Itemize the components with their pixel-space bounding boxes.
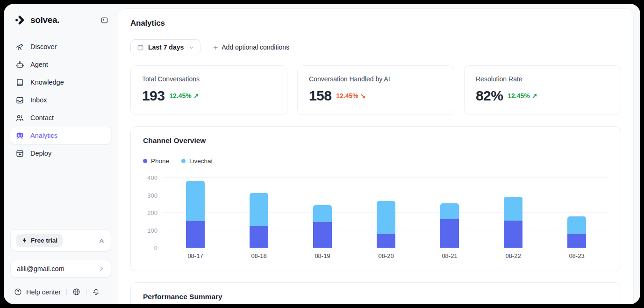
bar-08-21[interactable] bbox=[418, 178, 481, 248]
plus-icon: + bbox=[213, 43, 218, 51]
bar-08-18[interactable] bbox=[227, 178, 291, 248]
chevrons-up-icon[interactable] bbox=[98, 237, 105, 244]
sidebar-item-agent[interactable]: Agent bbox=[10, 56, 111, 73]
x-tick-label: 08-20 bbox=[354, 252, 418, 259]
sidebar-item-label: Deploy bbox=[30, 150, 51, 157]
globe-icon[interactable] bbox=[72, 288, 80, 296]
stat-label: Resolution Rate bbox=[476, 75, 609, 83]
stat-card-resolution-rate: Resolution Rate 82% 12.45%↗ bbox=[464, 65, 621, 115]
bar-segment-livechat bbox=[313, 205, 332, 222]
x-tick-label: 08-23 bbox=[545, 252, 608, 259]
divider bbox=[66, 289, 67, 295]
sidebar-item-inbox[interactable]: Inbox bbox=[10, 92, 111, 108]
legend-label: Phone bbox=[151, 158, 169, 165]
chart-xlabels: 08-1708-1808-1908-2008-2108-2208-23 bbox=[164, 252, 608, 259]
main-area: Analytics Last 7 days + Add optional con… bbox=[118, 4, 640, 304]
solvea-logo-icon bbox=[15, 14, 26, 26]
chart-legend: PhoneLivechat bbox=[143, 158, 608, 165]
help-row: Help center bbox=[10, 288, 111, 296]
x-tick-label: 08-21 bbox=[418, 252, 481, 259]
stat-label: Conversation Handled by AI bbox=[309, 75, 443, 83]
channel-overview-title: Channel Overview bbox=[143, 136, 608, 145]
sidebar-item-label: Knowledge bbox=[30, 79, 64, 86]
y-tick-label: 100 bbox=[147, 227, 157, 234]
sidebar-item-knowledge[interactable]: Knowledge bbox=[10, 74, 111, 91]
stat-delta: 12.45%↗ bbox=[169, 92, 199, 100]
question-circle-icon[interactable] bbox=[14, 288, 22, 296]
channel-overview-chart: 0100200300400 bbox=[143, 178, 608, 248]
page-title: Analytics bbox=[130, 19, 621, 28]
chart-yaxis: 0100200300400 bbox=[143, 178, 164, 248]
legend-item-phone[interactable]: Phone bbox=[143, 158, 169, 165]
performance-summary-panel: Performance Summary bbox=[130, 282, 621, 304]
bar-segment-livechat bbox=[186, 181, 205, 221]
stat-delta: 12.45%↘ bbox=[336, 92, 365, 100]
legend-label: Livechat bbox=[189, 158, 213, 165]
stat-card-total-conversations: Total Conversations 193 12.45%↗ bbox=[130, 65, 287, 115]
deploy-box-icon bbox=[15, 149, 24, 158]
free-trial-label: Free trial bbox=[31, 237, 57, 244]
calendar-icon bbox=[137, 44, 144, 51]
chart-plot bbox=[164, 178, 608, 248]
telescope-icon bbox=[15, 43, 24, 51]
stat-delta: 12.45%↗ bbox=[508, 92, 537, 100]
bar-segment-livechat bbox=[567, 216, 586, 234]
sidebar-item-contact[interactable]: Contact bbox=[10, 109, 111, 126]
bar-segment-phone bbox=[313, 222, 332, 248]
sidebar-item-label: Agent bbox=[30, 61, 48, 68]
free-trial-button[interactable]: Free trial bbox=[16, 234, 63, 247]
help-center-link[interactable]: Help center bbox=[26, 288, 61, 296]
chevron-down-icon bbox=[189, 45, 194, 50]
trend-arrow-icon: ↗ bbox=[193, 92, 199, 100]
bar-08-19[interactable] bbox=[291, 178, 354, 248]
sidebar-item-label: Analytics bbox=[30, 132, 57, 139]
legend-dot bbox=[181, 159, 186, 163]
date-range-label: Last 7 days bbox=[148, 43, 184, 51]
trend-arrow-icon: ↘ bbox=[360, 92, 366, 100]
app-window: solvea. Discover Agent bbox=[4, 4, 640, 304]
date-range-button[interactable]: Last 7 days bbox=[130, 39, 200, 55]
bell-icon[interactable] bbox=[92, 288, 100, 296]
bar-08-17[interactable] bbox=[164, 178, 227, 248]
sidebar-item-label: Discover bbox=[30, 43, 57, 50]
add-conditions-button[interactable]: + Add optional conditions bbox=[213, 43, 289, 51]
legend-dot bbox=[143, 159, 147, 163]
bar-segment-phone bbox=[567, 234, 586, 248]
bar-segment-livechat bbox=[504, 197, 522, 221]
sidebar: solvea. Discover Agent bbox=[4, 4, 118, 304]
x-tick-label: 08-22 bbox=[481, 252, 545, 259]
divider bbox=[86, 289, 86, 295]
bar-segment-livechat bbox=[250, 193, 268, 226]
stat-value: 158 bbox=[309, 88, 331, 104]
y-tick-label: 200 bbox=[147, 209, 157, 216]
lightning-icon bbox=[21, 237, 28, 244]
bar-segment-livechat bbox=[377, 201, 395, 234]
x-tick-label: 08-19 bbox=[291, 252, 354, 259]
sidebar-nav: Discover Agent Knowledge Inbox bbox=[10, 38, 111, 162]
sidebar-item-label: Inbox bbox=[30, 96, 47, 104]
legend-item-livechat[interactable]: Livechat bbox=[181, 158, 213, 165]
sidebar-item-analytics[interactable]: Analytics bbox=[10, 127, 111, 144]
chevron-right-icon bbox=[98, 265, 105, 272]
robot-icon bbox=[15, 60, 24, 69]
inbox-icon bbox=[15, 96, 24, 105]
y-tick-label: 300 bbox=[147, 192, 157, 199]
sidebar-item-discover[interactable]: Discover bbox=[10, 38, 111, 55]
analytics-board-icon bbox=[15, 131, 24, 140]
bar-segment-livechat bbox=[440, 203, 459, 219]
bar-08-23[interactable] bbox=[545, 178, 608, 248]
account-menu[interactable]: alili@gmail.com bbox=[10, 260, 111, 278]
sidebar-collapse-icon[interactable] bbox=[100, 16, 108, 24]
users-icon bbox=[15, 114, 24, 122]
performance-summary-title: Performance Summary bbox=[143, 293, 608, 301]
filter-row: Last 7 days + Add optional conditions bbox=[130, 39, 621, 55]
bar-08-22[interactable] bbox=[481, 178, 545, 248]
stat-label: Total Conversations bbox=[142, 75, 276, 83]
free-trial-card: Free trial bbox=[10, 229, 111, 251]
stats-grid: Total Conversations 193 12.45%↗ Conversa… bbox=[130, 65, 621, 115]
bar-segment-phone bbox=[186, 221, 205, 248]
bar-08-20[interactable] bbox=[354, 178, 418, 248]
sidebar-item-deploy[interactable]: Deploy bbox=[10, 145, 111, 162]
add-conditions-label: Add optional conditions bbox=[222, 43, 289, 51]
bar-segment-phone bbox=[377, 234, 395, 248]
